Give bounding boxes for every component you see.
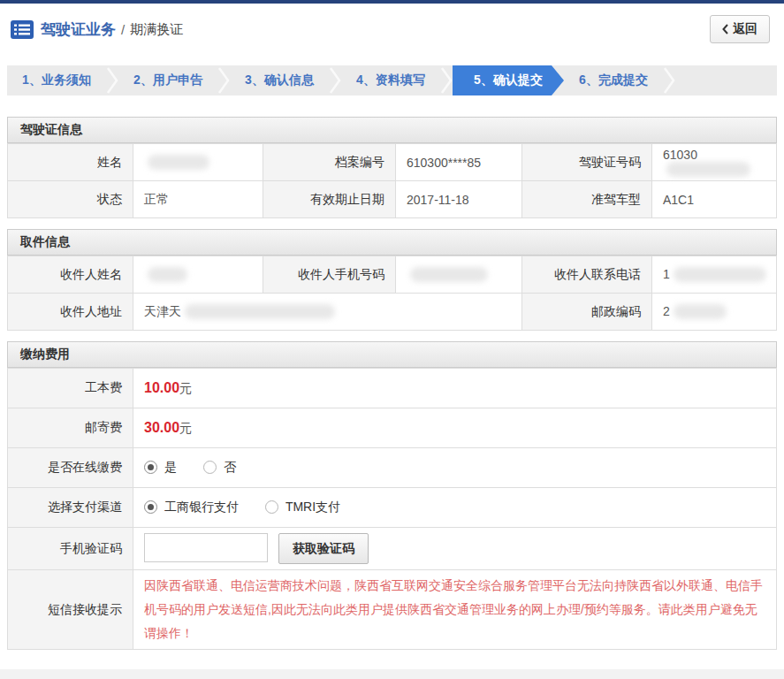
postal-code-prefix: 2 [663,304,670,318]
recipient-mobile-value [396,256,522,294]
table-row: 收件人姓名 收件人手机号码 收件人联系电话 1 [8,256,777,294]
step-6-complete-submit[interactable]: 6、完成提交 [564,65,663,95]
step-5-confirm-submit-active[interactable]: 5、确认提交 [453,65,564,95]
redacted-value [185,304,335,319]
sms-code-field: 获取验证码 [133,528,777,570]
table-row: 手机验证码 获取验证码 [8,528,777,570]
sms-code-input[interactable] [144,533,268,562]
sms-code-label: 手机验证码 [8,528,133,570]
license-info-table: 姓名 档案编号 610300****85 驾驶证号码 61030 状态 正常 有… [7,143,777,218]
get-code-button[interactable]: 获取验证码 [278,533,369,564]
mailing-fee-unit: 元 [179,421,192,435]
redacted-value [666,162,750,177]
pickup-info-table: 收件人姓名 收件人手机号码 收件人联系电话 1 收件人地址 天津天 邮政编码 2 [7,256,777,331]
radio-online-yes[interactable] [144,461,157,474]
mailing-fee-value: 30.00元 [133,408,777,448]
table-row: 姓名 档案编号 610300****85 驾驶证号码 61030 [8,144,777,181]
production-fee-value: 10.00元 [133,369,777,408]
recipient-name-label: 收件人姓名 [8,256,133,294]
recipient-mobile-label: 收件人手机号码 [263,256,396,294]
radio-channel-icbc-label[interactable]: 工商银行支付 [164,500,239,514]
table-row: 邮寄费 30.00元 [8,408,777,448]
page: 驾驶证业务 / 期满换证 返回 1、业务须知 2、用户申告 3、确认信息 4、资… [0,4,784,669]
recipient-address-prefix: 天津天 [144,304,181,318]
section-title-pickup-info: 取件信息 [7,229,777,256]
table-row: 短信接收提示 因陕西省联通、电信运营商技术问题，陕西省互联网交通安全综合服务管理… [8,570,777,650]
section-title-payment: 缴纳费用 [7,341,777,368]
file-number-label: 档案编号 [263,144,396,181]
vehicle-class-value: A1C1 [652,181,777,218]
table-row: 是否在线缴费 是 否 [8,448,777,488]
payment-channel-label: 选择支付渠道 [8,488,133,528]
step-separator-icon [106,65,118,95]
file-number-value: 610300****85 [396,144,522,181]
table-row: 状态 正常 有效期止日期 2017-11-18 准驾车型 A1C1 [8,181,777,218]
redacted-value [674,267,766,282]
table-row: 工本费 10.00元 [8,369,777,408]
list-icon [11,20,34,39]
license-number-label: 驾驶证号码 [522,144,652,181]
breadcrumb-current: 期满换证 [130,21,183,38]
postal-code-label: 邮政编码 [522,294,652,331]
redacted-value [148,155,209,170]
step-separator-icon [663,65,675,95]
sms-notice-text: 因陕西省联通、电信运营商技术问题，陕西省互联网交通安全综合服务管理平台无法向持陕… [133,570,776,649]
step-4-fill-materials[interactable]: 4、资料填写 [341,65,440,95]
step-separator-icon [440,65,453,95]
recipient-phone-value: 1 [652,256,777,294]
table-row: 选择支付渠道 工商银行支付 TMRI支付 [8,488,777,528]
online-payment-label: 是否在线缴费 [8,448,133,488]
redacted-value [674,304,727,319]
name-label: 姓名 [8,144,133,181]
recipient-phone-label: 收件人联系电话 [522,256,652,294]
payment-table: 工本费 10.00元 邮寄费 30.00元 是否在线缴费 是 否 选择支付渠道 … [7,368,777,650]
vehicle-class-label: 准驾车型 [522,181,652,218]
step-1-business-notes[interactable]: 1、业务须知 [7,65,106,95]
radio-channel-tmri[interactable] [265,500,278,514]
step-bar-filler [675,65,777,95]
license-number-value: 61030 [652,144,777,181]
recipient-phone-prefix: 1 [663,267,670,281]
redacted-value [410,267,488,282]
step-separator-icon [217,65,230,95]
back-button[interactable]: 返回 [710,15,770,43]
radio-online-no-label[interactable]: 否 [224,460,236,474]
section-title-license-info: 驾驶证信息 [7,117,777,143]
valid-until-label: 有效期止日期 [263,181,396,218]
step-3-confirm-info[interactable]: 3、确认信息 [230,65,329,95]
valid-until-value: 2017-11-18 [396,181,522,218]
mailing-fee-label: 邮寄费 [8,408,133,448]
step-separator-icon [329,65,341,95]
sms-notice-label: 短信接收提示 [8,570,133,650]
production-fee-amount: 10.00 [144,380,179,395]
step-2-user-declaration[interactable]: 2、用户申告 [118,65,217,95]
redacted-value [148,267,187,282]
online-payment-options: 是 否 [133,448,777,488]
recipient-address-label: 收件人地址 [8,294,133,331]
recipient-name-value [133,256,263,294]
radio-channel-tmri-label[interactable]: TMRI支付 [285,500,340,514]
table-row: 收件人地址 天津天 邮政编码 2 [8,294,777,331]
radio-channel-icbc[interactable] [144,500,157,514]
status-value: 正常 [133,181,263,218]
name-value [133,144,263,181]
postal-code-value: 2 [652,294,777,331]
production-fee-label: 工本费 [8,369,133,408]
breadcrumb-separator: / [121,22,125,37]
production-fee-unit: 元 [179,381,192,395]
page-header: 驾驶证业务 / 期满换证 返回 [0,4,784,53]
page-title: 驾驶证业务 [41,19,116,40]
mailing-fee-amount: 30.00 [144,420,179,435]
back-button-label: 返回 [733,21,757,37]
recipient-address-value: 天津天 [133,294,522,331]
sms-notice-cell: 因陕西省联通、电信运营商技术问题，陕西省互联网交通安全综合服务管理平台无法向持陕… [133,570,777,650]
payment-channel-options: 工商银行支付 TMRI支付 [133,488,777,528]
status-label: 状态 [8,181,133,218]
license-number-prefix: 61030 [663,148,697,162]
step-progress-bar: 1、业务须知 2、用户申告 3、确认信息 4、资料填写 5、确认提交 6、完成提… [7,65,777,95]
radio-online-no[interactable] [203,461,217,474]
radio-online-yes-label[interactable]: 是 [164,460,177,474]
chevron-left-icon [722,24,728,34]
